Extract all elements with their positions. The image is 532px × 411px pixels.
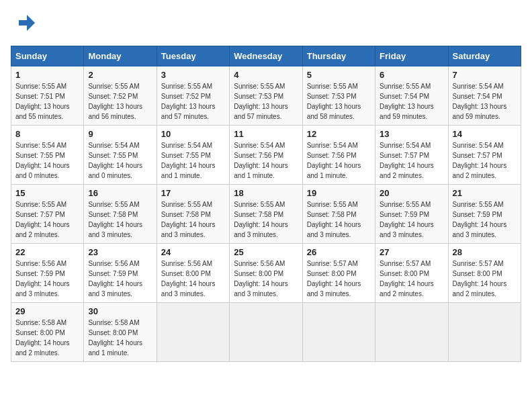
calendar-cell: 28Sunrise: 5:57 AMSunset: 8:00 PMDayligh… xyxy=(448,244,521,303)
calendar-cell: 4Sunrise: 5:55 AMSunset: 7:53 PMDaylight… xyxy=(230,66,302,126)
day-info: Sunrise: 5:55 AMSunset: 7:58 PMDaylight:… xyxy=(234,199,298,240)
weekday-header-saturday: Saturday xyxy=(448,46,521,66)
day-info: Sunrise: 5:55 AMSunset: 7:51 PMDaylight:… xyxy=(15,81,79,122)
day-number: 17 xyxy=(161,188,225,198)
calendar-cell: 20Sunrise: 5:55 AMSunset: 7:59 PMDayligh… xyxy=(375,185,448,244)
day-info: Sunrise: 5:55 AMSunset: 7:52 PMDaylight:… xyxy=(88,81,152,122)
calendar-cell: 30Sunrise: 5:58 AMSunset: 8:00 PMDayligh… xyxy=(84,303,157,362)
day-number: 13 xyxy=(380,129,443,139)
calendar-table: SundayMondayTuesdayWednesdayThursdayFrid… xyxy=(11,46,521,362)
weekday-header-tuesday: Tuesday xyxy=(157,46,229,66)
calendar-cell: 25Sunrise: 5:56 AMSunset: 8:00 PMDayligh… xyxy=(230,244,302,303)
calendar-week-row: 29Sunrise: 5:58 AMSunset: 8:00 PMDayligh… xyxy=(11,303,521,362)
calendar-cell: 18Sunrise: 5:55 AMSunset: 7:58 PMDayligh… xyxy=(230,185,302,244)
logo-icon xyxy=(11,11,35,35)
calendar-cell: 11Sunrise: 5:54 AMSunset: 7:56 PMDayligh… xyxy=(230,126,302,185)
day-info: Sunrise: 5:55 AMSunset: 7:59 PMDaylight:… xyxy=(380,199,443,240)
day-number: 25 xyxy=(234,247,298,257)
day-number: 23 xyxy=(88,247,152,257)
day-info: Sunrise: 5:55 AMSunset: 7:57 PMDaylight:… xyxy=(15,199,79,240)
calendar-cell xyxy=(157,303,229,362)
day-info: Sunrise: 5:54 AMSunset: 7:55 PMDaylight:… xyxy=(15,140,79,181)
calendar-week-row: 15Sunrise: 5:55 AMSunset: 7:57 PMDayligh… xyxy=(11,185,521,244)
calendar-cell: 5Sunrise: 5:55 AMSunset: 7:53 PMDaylight… xyxy=(302,66,375,126)
day-info: Sunrise: 5:55 AMSunset: 7:53 PMDaylight:… xyxy=(307,81,371,122)
day-number: 27 xyxy=(380,247,443,257)
calendar-cell xyxy=(375,303,448,362)
day-info: Sunrise: 5:55 AMSunset: 7:52 PMDaylight:… xyxy=(161,81,225,122)
day-info: Sunrise: 5:58 AMSunset: 8:00 PMDaylight:… xyxy=(15,318,79,358)
calendar-cell: 13Sunrise: 5:54 AMSunset: 7:57 PMDayligh… xyxy=(375,126,448,185)
day-info: Sunrise: 5:54 AMSunset: 7:55 PMDaylight:… xyxy=(161,140,225,181)
calendar-cell: 19Sunrise: 5:55 AMSunset: 7:58 PMDayligh… xyxy=(302,185,375,244)
calendar-cell: 16Sunrise: 5:55 AMSunset: 7:58 PMDayligh… xyxy=(84,185,157,244)
calendar-cell: 3Sunrise: 5:55 AMSunset: 7:52 PMDaylight… xyxy=(157,66,229,126)
day-info: Sunrise: 5:57 AMSunset: 8:00 PMDaylight:… xyxy=(380,259,443,299)
calendar-cell: 12Sunrise: 5:54 AMSunset: 7:56 PMDayligh… xyxy=(302,126,375,185)
calendar-cell xyxy=(230,303,302,362)
day-number: 20 xyxy=(380,188,443,198)
calendar-cell: 2Sunrise: 5:55 AMSunset: 7:52 PMDaylight… xyxy=(84,66,157,126)
day-number: 4 xyxy=(234,70,298,80)
day-number: 9 xyxy=(88,129,152,139)
day-info: Sunrise: 5:55 AMSunset: 7:58 PMDaylight:… xyxy=(88,199,152,240)
calendar-body: 1Sunrise: 5:55 AMSunset: 7:51 PMDaylight… xyxy=(11,66,521,362)
day-number: 8 xyxy=(15,129,79,139)
calendar-cell: 9Sunrise: 5:54 AMSunset: 7:55 PMDaylight… xyxy=(84,126,157,185)
day-number: 2 xyxy=(88,70,152,80)
day-number: 12 xyxy=(307,129,371,139)
weekday-header-monday: Monday xyxy=(84,46,157,66)
day-info: Sunrise: 5:55 AMSunset: 7:53 PMDaylight:… xyxy=(234,81,298,122)
day-number: 30 xyxy=(88,306,152,316)
day-number: 18 xyxy=(234,188,298,198)
day-number: 29 xyxy=(15,306,79,316)
day-info: Sunrise: 5:54 AMSunset: 7:57 PMDaylight:… xyxy=(453,140,517,181)
calendar-cell: 15Sunrise: 5:55 AMSunset: 7:57 PMDayligh… xyxy=(11,185,84,244)
day-number: 19 xyxy=(307,188,371,198)
weekday-header-sunday: Sunday xyxy=(11,46,84,66)
day-info: Sunrise: 5:55 AMSunset: 7:54 PMDaylight:… xyxy=(380,81,443,122)
calendar-cell xyxy=(448,303,521,362)
day-number: 22 xyxy=(15,247,79,257)
day-info: Sunrise: 5:54 AMSunset: 7:56 PMDaylight:… xyxy=(307,140,371,181)
day-info: Sunrise: 5:55 AMSunset: 7:58 PMDaylight:… xyxy=(161,199,225,240)
day-info: Sunrise: 5:54 AMSunset: 7:56 PMDaylight:… xyxy=(234,140,298,181)
day-info: Sunrise: 5:56 AMSunset: 8:00 PMDaylight:… xyxy=(161,259,225,299)
calendar-cell: 14Sunrise: 5:54 AMSunset: 7:57 PMDayligh… xyxy=(448,126,521,185)
calendar-cell: 22Sunrise: 5:56 AMSunset: 7:59 PMDayligh… xyxy=(11,244,84,303)
weekday-header-thursday: Thursday xyxy=(302,46,375,66)
calendar-header-row: SundayMondayTuesdayWednesdayThursdayFrid… xyxy=(11,46,521,66)
day-number: 26 xyxy=(307,247,371,257)
calendar-cell: 23Sunrise: 5:56 AMSunset: 7:59 PMDayligh… xyxy=(84,244,157,303)
day-number: 21 xyxy=(453,188,517,198)
calendar-cell: 21Sunrise: 5:55 AMSunset: 7:59 PMDayligh… xyxy=(448,185,521,244)
day-number: 6 xyxy=(380,70,443,80)
day-info: Sunrise: 5:58 AMSunset: 8:00 PMDaylight:… xyxy=(88,318,152,358)
logo xyxy=(11,11,36,38)
day-number: 14 xyxy=(453,129,517,139)
day-info: Sunrise: 5:57 AMSunset: 8:00 PMDaylight:… xyxy=(453,259,517,299)
calendar-cell xyxy=(302,303,375,362)
day-info: Sunrise: 5:54 AMSunset: 7:54 PMDaylight:… xyxy=(453,81,517,122)
calendar-cell: 27Sunrise: 5:57 AMSunset: 8:00 PMDayligh… xyxy=(375,244,448,303)
calendar-cell: 10Sunrise: 5:54 AMSunset: 7:55 PMDayligh… xyxy=(157,126,229,185)
day-number: 16 xyxy=(88,188,152,198)
calendar-cell: 7Sunrise: 5:54 AMSunset: 7:54 PMDaylight… xyxy=(448,66,521,126)
day-info: Sunrise: 5:54 AMSunset: 7:55 PMDaylight:… xyxy=(88,140,152,181)
calendar-cell: 6Sunrise: 5:55 AMSunset: 7:54 PMDaylight… xyxy=(375,66,448,126)
calendar-week-row: 1Sunrise: 5:55 AMSunset: 7:51 PMDaylight… xyxy=(11,66,521,126)
weekday-header-friday: Friday xyxy=(375,46,448,66)
day-number: 7 xyxy=(453,70,517,80)
calendar-cell: 26Sunrise: 5:57 AMSunset: 8:00 PMDayligh… xyxy=(302,244,375,303)
day-info: Sunrise: 5:56 AMSunset: 7:59 PMDaylight:… xyxy=(15,259,79,299)
day-number: 11 xyxy=(234,129,298,139)
calendar-week-row: 22Sunrise: 5:56 AMSunset: 7:59 PMDayligh… xyxy=(11,244,521,303)
day-number: 1 xyxy=(15,70,79,80)
day-info: Sunrise: 5:56 AMSunset: 7:59 PMDaylight:… xyxy=(88,259,152,299)
day-number: 10 xyxy=(161,129,225,139)
day-info: Sunrise: 5:55 AMSunset: 7:58 PMDaylight:… xyxy=(307,199,371,240)
day-info: Sunrise: 5:57 AMSunset: 8:00 PMDaylight:… xyxy=(307,259,371,299)
day-number: 5 xyxy=(307,70,371,80)
day-info: Sunrise: 5:54 AMSunset: 7:57 PMDaylight:… xyxy=(380,140,443,181)
calendar-cell: 1Sunrise: 5:55 AMSunset: 7:51 PMDaylight… xyxy=(11,66,84,126)
